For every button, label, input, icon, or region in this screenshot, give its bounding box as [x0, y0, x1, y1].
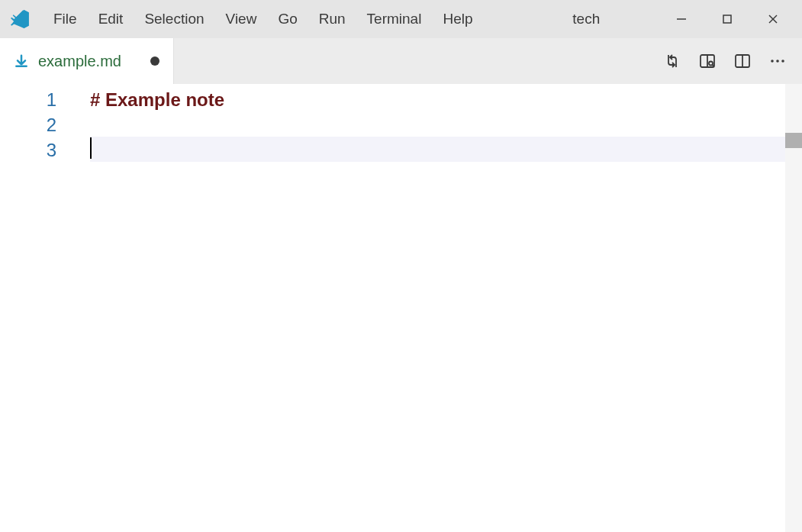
- minimize-button[interactable]: [659, 0, 704, 38]
- tabs-bar: example.md: [0, 38, 802, 84]
- menu-view[interactable]: View: [215, 6, 268, 32]
- minimap[interactable]: [785, 84, 802, 532]
- compare-changes-icon[interactable]: [657, 46, 688, 76]
- menu-run[interactable]: Run: [308, 6, 356, 32]
- split-editor-icon[interactable]: [727, 46, 758, 76]
- maximize-button[interactable]: [704, 0, 750, 38]
- code-line[interactable]: [90, 112, 802, 137]
- open-preview-side-icon[interactable]: [692, 46, 723, 76]
- editor-content[interactable]: # Example note: [67, 84, 802, 532]
- line-number-gutter: 1 2 3: [0, 84, 67, 532]
- close-button[interactable]: [750, 0, 796, 38]
- menu-bar: File Edit Selection View Go Run Terminal…: [43, 6, 484, 32]
- menu-terminal[interactable]: Terminal: [356, 6, 433, 32]
- tabs-container: example.md: [0, 38, 174, 84]
- menu-help[interactable]: Help: [432, 6, 483, 32]
- vscode-logo-icon: [9, 8, 31, 30]
- svg-point-10: [771, 60, 774, 63]
- editor-actions: [657, 38, 802, 84]
- menu-go[interactable]: Go: [267, 6, 308, 32]
- title-bar: File Edit Selection View Go Run Terminal…: [0, 0, 802, 38]
- menu-file[interactable]: File: [43, 6, 88, 32]
- menu-selection[interactable]: Selection: [134, 6, 214, 32]
- tab-label: example.md: [38, 53, 141, 70]
- minimap-slider[interactable]: [785, 133, 802, 148]
- window-controls: [659, 0, 796, 38]
- editor[interactable]: 1 2 3 # Example note: [0, 84, 802, 532]
- menu-edit[interactable]: Edit: [88, 6, 134, 32]
- line-number: 2: [0, 112, 67, 137]
- window-title: tech: [517, 11, 656, 27]
- line-number: 3: [0, 137, 67, 163]
- markdown-file-icon: [14, 53, 29, 69]
- svg-point-6: [709, 62, 713, 66]
- text-cursor: [90, 137, 92, 159]
- svg-point-12: [781, 60, 784, 63]
- line-number: 1: [0, 87, 67, 112]
- tab-example-md[interactable]: example.md: [0, 38, 174, 84]
- svg-rect-1: [723, 15, 731, 23]
- code-line[interactable]: # Example note: [90, 87, 802, 112]
- more-actions-icon[interactable]: [762, 46, 793, 76]
- dirty-indicator-icon: [150, 56, 159, 66]
- svg-point-11: [776, 60, 779, 63]
- code-line[interactable]: [90, 137, 802, 163]
- markdown-heading: # Example note: [90, 89, 224, 110]
